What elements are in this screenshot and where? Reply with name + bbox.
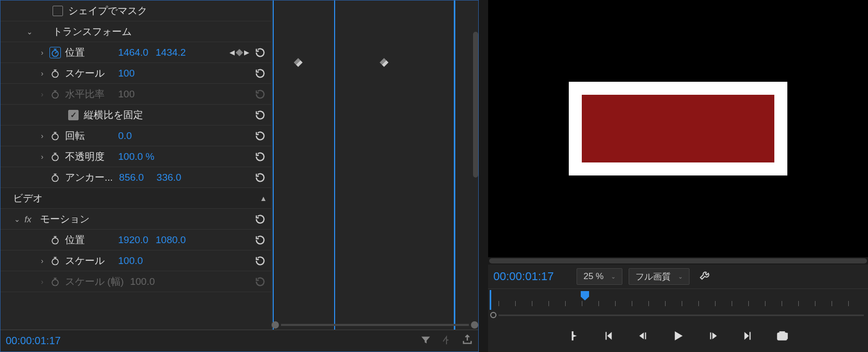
transform-header[interactable]: ⌄ トランスフォーム: [1, 21, 271, 42]
lock-aspect-checkbox[interactable]: [68, 110, 79, 120]
timeline-marker: [334, 1, 335, 330]
svg-point-8: [52, 279, 58, 285]
stopwatch-icon[interactable]: [49, 47, 61, 58]
keyframe-icon[interactable]: [294, 58, 303, 67]
chevron-down-icon[interactable]: ⌄: [25, 28, 34, 36]
horizontal-scrollbar[interactable]: [272, 320, 478, 330]
quality-dropdown[interactable]: フル画質 ⌄: [629, 268, 690, 285]
chevron-right-icon[interactable]: ›: [38, 278, 46, 286]
next-keyframe-icon[interactable]: ▶: [244, 48, 249, 56]
preview-scrollbar[interactable]: [488, 257, 868, 265]
chevron-right-icon[interactable]: ›: [38, 153, 46, 161]
scale-label: スケール: [65, 67, 112, 80]
transform-label: トランスフォーム: [53, 25, 132, 39]
effect-controls-footer: 00:00:01:17: [1, 330, 478, 351]
motion-scale-row: › スケール 100.0: [1, 250, 271, 271]
go-to-in-icon[interactable]: [602, 329, 615, 343]
timeline-marker: [454, 1, 455, 330]
reset-icon[interactable]: [253, 108, 267, 122]
timecode-display[interactable]: 00:00:01:17: [6, 335, 61, 347]
position-row: › 位置 1464.0 1434.2 ◀ ▶: [1, 42, 271, 63]
program-monitor-preview[interactable]: [488, 0, 868, 257]
step-forward-icon[interactable]: [707, 329, 720, 343]
ruler-zoom-bar[interactable]: [488, 310, 868, 320]
reset-icon[interactable]: [253, 150, 267, 164]
position-y-value[interactable]: 1434.2: [156, 47, 187, 58]
property-list: シェイプでマスク ⌄ トランスフォーム › 位置 1464.0 1434.2 ◀…: [1, 1, 271, 330]
chevron-down-icon: ⌄: [678, 273, 683, 280]
anchor-x-value[interactable]: 856.0: [119, 172, 150, 183]
audio-icon[interactable]: [441, 334, 452, 348]
reset-icon[interactable]: [253, 212, 267, 226]
reset-icon: [253, 275, 267, 288]
chevron-right-icon[interactable]: ›: [38, 90, 46, 98]
stopwatch-icon[interactable]: [49, 172, 61, 183]
mask-shape-label: シェイプでマスク: [68, 4, 147, 18]
anchor-row: › アンカー... 856.0 336.0: [1, 167, 271, 188]
svg-point-2: [52, 92, 58, 98]
mask-shape-checkbox[interactable]: [53, 6, 63, 16]
work-area-start[interactable]: [490, 290, 491, 310]
wrench-icon[interactable]: [699, 269, 711, 284]
zoom-out-handle[interactable]: [272, 321, 279, 329]
monitor-timecode[interactable]: 00:00:01:17: [493, 270, 554, 283]
lock-aspect-label: 縦横比を固定: [84, 108, 143, 122]
rotation-value[interactable]: 0.0: [118, 130, 149, 142]
export-icon[interactable]: [462, 334, 473, 348]
keyframe-timeline[interactable]: [271, 1, 478, 330]
motion-scalew-label: スケール (幅): [65, 275, 124, 288]
zoom-handle[interactable]: [490, 312, 496, 318]
motion-position-row: › 位置 1920.0 1080.0: [1, 230, 271, 250]
reset-icon[interactable]: [253, 46, 267, 59]
fx-icon[interactable]: fx: [24, 215, 36, 224]
svg-point-3: [52, 133, 58, 140]
chevron-right-icon[interactable]: ›: [38, 69, 46, 78]
reset-icon[interactable]: [253, 129, 267, 143]
add-keyframe-icon[interactable]: [236, 48, 243, 56]
filter-icon[interactable]: [420, 334, 431, 348]
zoom-dropdown[interactable]: 25 % ⌄: [577, 268, 622, 285]
motion-position-x[interactable]: 1920.0: [118, 234, 149, 246]
collapse-up-icon[interactable]: ▲: [260, 194, 267, 203]
chevron-down-icon: ⌄: [611, 273, 616, 280]
svg-rect-9: [777, 333, 786, 340]
stopwatch-icon[interactable]: [49, 68, 61, 79]
go-to-out-icon[interactable]: [741, 329, 755, 343]
motion-header[interactable]: ⌄ fx モーション: [1, 209, 271, 230]
scale-value[interactable]: 100: [118, 68, 149, 79]
chevron-right-icon[interactable]: ›: [38, 257, 46, 265]
time-ruler[interactable]: document.write(Array.from({length:22},(_…: [488, 288, 868, 310]
export-frame-icon[interactable]: [775, 329, 789, 343]
hratio-row: › 水平比率 100: [1, 84, 271, 105]
reset-icon[interactable]: [253, 171, 267, 184]
reset-icon[interactable]: [253, 254, 267, 268]
keyframe-nav: ◀ ▶: [229, 48, 249, 56]
prev-keyframe-icon[interactable]: ◀: [229, 48, 235, 56]
chevron-right-icon[interactable]: ›: [38, 48, 46, 57]
chevron-down-icon[interactable]: ⌄: [13, 215, 21, 223]
stopwatch-icon[interactable]: [49, 151, 61, 162]
vertical-scrollbar[interactable]: [473, 32, 478, 178]
step-back-icon[interactable]: [636, 329, 649, 343]
mark-in-icon[interactable]: [567, 329, 581, 343]
motion-position-y[interactable]: 1080.0: [156, 234, 187, 246]
zoom-in-handle[interactable]: [471, 321, 478, 329]
keyframe-icon[interactable]: [380, 58, 389, 67]
playhead-handle[interactable]: [581, 291, 589, 300]
reset-icon[interactable]: [253, 67, 267, 80]
video-section-header[interactable]: ビデオ ▲: [1, 188, 271, 209]
position-x-value[interactable]: 1464.0: [118, 47, 149, 58]
anchor-y-value[interactable]: 336.0: [157, 172, 188, 183]
motion-scale-value[interactable]: 100.0: [118, 255, 149, 267]
opacity-value[interactable]: 100.0 %: [118, 151, 155, 162]
lock-aspect-row: 縦横比を固定: [1, 105, 271, 125]
chevron-right-icon[interactable]: ›: [38, 132, 46, 140]
video-section-label: ビデオ: [13, 192, 60, 205]
stopwatch-icon[interactable]: [49, 130, 61, 142]
play-icon[interactable]: [670, 328, 686, 344]
stopwatch-icon[interactable]: [49, 234, 61, 246]
reset-icon[interactable]: [253, 233, 267, 247]
stopwatch-icon[interactable]: [49, 255, 61, 267]
opacity-row: › 不透明度 100.0 %: [1, 146, 271, 167]
playhead-line[interactable]: [273, 1, 274, 330]
